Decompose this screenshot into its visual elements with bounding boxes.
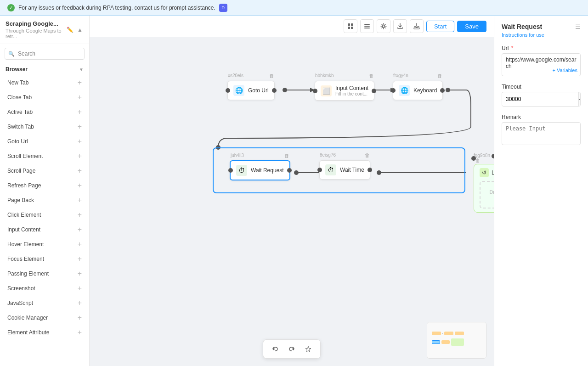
node-input-content[interactable]: bbhkmkb 🗑 ⬜ Input Content Fill in the co… <box>315 81 374 101</box>
sidebar-item-new-tab[interactable]: New Tab + <box>2 76 87 90</box>
check-icon <box>7 4 15 11</box>
sidebar-item-close-tab[interactable]: Close Tab + <box>2 90 87 104</box>
sidebar-item-goto-url[interactable]: Goto Url + <box>2 135 87 148</box>
node-delete-input-content[interactable]: 🗑 <box>369 73 374 79</box>
add-element-attribute-icon[interactable]: + <box>78 329 82 336</box>
grid-view-button[interactable] <box>344 19 357 33</box>
node-keyboard[interactable]: frxgy4n 🗑 🌐 Keyboard <box>393 81 443 100</box>
svg-point-22 <box>377 170 381 175</box>
svg-rect-6 <box>364 28 370 28</box>
loop-drop-hint: Drag & drop a block here <box>488 189 494 200</box>
loop-node-id: fgg9o8n <box>474 153 490 158</box>
add-goto-url-icon[interactable]: + <box>78 138 82 145</box>
sidebar: Scraping Google... Through Google Maps t… <box>0 16 90 366</box>
keyboard-label: Keyboard <box>413 87 437 94</box>
svg-rect-5 <box>364 26 370 27</box>
add-click-element-icon[interactable]: + <box>78 211 82 219</box>
remark-field-group: Remark <box>502 114 581 146</box>
panel-menu-icon[interactable]: ☰ <box>575 23 581 30</box>
wait-time-icon: ⏱ <box>325 164 336 175</box>
dot-keyboard-left <box>391 88 396 93</box>
svg-rect-0 <box>348 23 350 26</box>
undo-button[interactable] <box>269 343 282 355</box>
dot-loop-right <box>492 154 494 158</box>
dot-goto-url-right <box>272 88 277 93</box>
flow-canvas[interactable]: xs20els 🗑 🌐 Goto Url bbhkmkb 🗑 ⬜ Input C… <box>90 37 494 366</box>
add-scroll-page-icon[interactable]: + <box>78 167 82 175</box>
sidebar-item-cookie-manager[interactable]: Cookie Manager + <box>2 311 87 325</box>
timeout-decrease-button[interactable]: − <box>578 92 581 106</box>
node-wait-time[interactable]: 8eisg76 🗑 ⏱ Wait Time <box>319 160 370 180</box>
sidebar-item-click-element[interactable]: Click Element + <box>2 208 87 222</box>
url-field-group: Url * https://www.google.com/search + Va… <box>502 45 581 76</box>
add-javascript-icon[interactable]: + <box>78 299 82 307</box>
sidebar-item-switch-tab[interactable]: Switch Tab + <box>2 120 87 134</box>
export-button[interactable] <box>393 19 407 33</box>
sidebar-item-focus-element[interactable]: Focus Element + <box>2 252 87 266</box>
loop-delete-icon[interactable]: 🗑 <box>475 158 480 163</box>
add-focus-element-icon[interactable]: + <box>78 255 82 263</box>
collapse-icon[interactable]: ▲ <box>76 26 84 34</box>
browser-section-header[interactable]: Browser ▼ <box>0 63 89 75</box>
add-scroll-element-icon[interactable]: + <box>78 152 82 160</box>
timeout-input[interactable] <box>502 93 578 105</box>
add-passing-element-icon[interactable]: + <box>78 270 82 277</box>
sidebar-item-page-back[interactable]: Page Back + <box>2 193 87 207</box>
star-button[interactable] <box>302 343 315 355</box>
edit-icon[interactable]: ✏️ <box>66 26 74 34</box>
node-wait-request[interactable]: juh4il3 🗑 ⏱ Wait Request <box>230 160 290 180</box>
sidebar-item-scroll-page[interactable]: Scroll Page + <box>2 164 87 178</box>
sidebar-item-screenshot[interactable]: Screenshot + <box>2 282 87 295</box>
sidebar-item-scroll-element[interactable]: Scroll Element + <box>2 149 87 163</box>
toolbar: Start Save <box>90 16 494 37</box>
goto-url-label: Goto Url <box>248 87 269 94</box>
save-button[interactable]: Save <box>457 21 486 32</box>
node-delete-wait-request[interactable]: 🗑 <box>284 153 289 158</box>
search-box: 🔍 <box>5 48 85 60</box>
node-id-keyboard: frxgy4n <box>393 73 408 78</box>
node-delete-goto-url[interactable]: 🗑 <box>269 73 274 79</box>
node-goto-url[interactable]: xs20els 🗑 🌐 Goto Url <box>227 81 275 100</box>
add-refresh-page-icon[interactable]: + <box>78 182 82 189</box>
add-page-back-icon[interactable]: + <box>78 197 82 204</box>
start-button[interactable]: Start <box>426 21 454 32</box>
sidebar-item-passing-element[interactable]: Passing Element + <box>2 267 87 281</box>
url-input[interactable]: https://www.google.com/search + Variable… <box>502 53 581 76</box>
sidebar-item-hover-element[interactable]: Hover Element + <box>2 237 87 251</box>
sidebar-item-javascript[interactable]: JavaScript + <box>2 296 87 310</box>
settings-button[interactable] <box>377 19 390 33</box>
sidebar-item-input-content[interactable]: Input Content + <box>2 223 87 236</box>
sidebar-item-refresh-page[interactable]: Refresh Page + <box>2 179 87 192</box>
svg-point-19 <box>294 170 299 175</box>
add-close-tab-icon[interactable]: + <box>78 94 82 101</box>
remark-label: Remark <box>502 114 581 120</box>
node-delete-wait-time[interactable]: 🗑 <box>365 152 370 158</box>
node-loop-element[interactable]: fgg9o8n 🗑 ↺ Loop Element Drag & drop a b… <box>474 153 494 164</box>
add-hover-element-icon[interactable]: + <box>78 241 82 248</box>
dot-input-left <box>313 89 317 93</box>
variables-link[interactable]: + Variables <box>552 68 577 73</box>
add-input-content-icon[interactable]: + <box>78 226 82 233</box>
add-cookie-manager-icon[interactable]: + <box>78 314 82 321</box>
url-label: Url * <box>502 45 581 51</box>
svg-point-16 <box>446 88 450 92</box>
add-screenshot-icon[interactable]: + <box>78 285 82 292</box>
sidebar-item-element-attribute[interactable]: Element Attribute + <box>2 326 87 339</box>
redo-button[interactable] <box>285 343 298 355</box>
loop-element-label: Loop Element <box>492 169 494 176</box>
add-switch-tab-icon[interactable]: + <box>78 123 82 130</box>
loop-node-container: ↺ Loop Element Drag & drop a block here <box>474 164 494 213</box>
add-new-tab-icon[interactable]: + <box>78 79 82 86</box>
sidebar-item-active-tab[interactable]: Active Tab + <box>2 105 87 119</box>
timeout-label: Timeout <box>502 84 581 90</box>
remark-input[interactable] <box>502 122 581 145</box>
loop-icon: ↺ <box>480 168 489 177</box>
add-active-tab-icon[interactable]: + <box>78 108 82 116</box>
svg-marker-25 <box>273 348 275 350</box>
import-button[interactable] <box>410 19 424 33</box>
search-input[interactable] <box>5 48 85 60</box>
node-delete-keyboard[interactable]: 🗑 <box>437 73 442 79</box>
list-view-button[interactable] <box>360 19 374 33</box>
instructions-link[interactable]: Instructions for use <box>502 32 581 38</box>
input-content-icon: ⬜ <box>321 85 332 96</box>
